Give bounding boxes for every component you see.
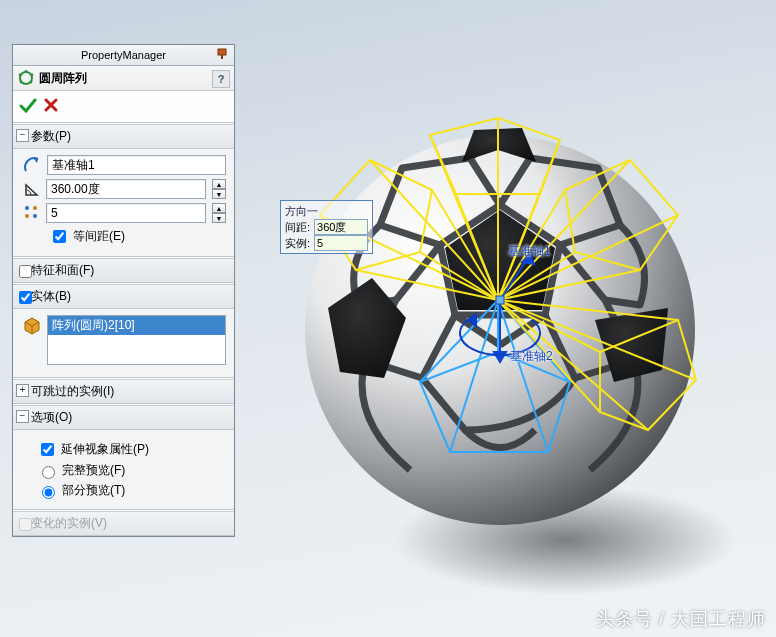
property-manager-header: PropertyManager bbox=[13, 45, 234, 66]
svg-point-52 bbox=[25, 206, 29, 210]
axis1-label: 基准轴1 bbox=[508, 243, 551, 260]
svg-point-49 bbox=[20, 81, 23, 84]
instances-to-skip-header[interactable]: + 可跳过的实例(I) bbox=[13, 379, 234, 404]
angle-spin-up[interactable]: ▲ bbox=[212, 179, 226, 189]
propagate-visual-props-label: 延伸视象属性(P) bbox=[61, 441, 149, 458]
callout-spacing-label: 间距: bbox=[285, 219, 310, 235]
feature-name: 圆周阵列 bbox=[39, 70, 87, 87]
svg-point-47 bbox=[31, 74, 34, 77]
svg-point-53 bbox=[33, 206, 37, 210]
bodies-section-header[interactable]: 实体(B) bbox=[13, 284, 234, 309]
callout-spacing-input[interactable] bbox=[314, 219, 368, 235]
instances-spin-up[interactable]: ▲ bbox=[212, 203, 226, 213]
cancel-button[interactable] bbox=[43, 97, 59, 116]
callout-instances-label: 实例: bbox=[285, 235, 310, 251]
options-section-header[interactable]: − 选项(O) bbox=[13, 405, 234, 430]
action-row bbox=[13, 91, 234, 123]
full-preview-label: 完整预览(F) bbox=[62, 462, 125, 479]
parameters-section-header[interactable]: − 参数(P) bbox=[13, 124, 234, 149]
property-manager-title: PropertyManager bbox=[81, 49, 166, 61]
bodies-list-item-selected[interactable]: 阵列(圆周)2[10] bbox=[48, 316, 225, 335]
collapse-icon[interactable]: − bbox=[16, 410, 29, 423]
equal-spacing-label: 等间距(E) bbox=[73, 228, 125, 245]
svg-rect-42 bbox=[496, 296, 504, 304]
collapse-icon[interactable]: − bbox=[16, 129, 29, 142]
svg-point-48 bbox=[30, 81, 33, 84]
svg-point-55 bbox=[33, 214, 37, 218]
svg-point-50 bbox=[19, 74, 22, 77]
svg-point-46 bbox=[25, 70, 28, 73]
angle-icon bbox=[21, 179, 42, 199]
help-button[interactable]: ? bbox=[212, 70, 230, 88]
instances-spin-down[interactable]: ▼ bbox=[212, 213, 226, 223]
callout-direction-label: 方向一 bbox=[285, 203, 368, 219]
svg-marker-51 bbox=[34, 159, 38, 163]
varied-instances-header[interactable]: 变化的实例(V) bbox=[13, 511, 234, 536]
ok-button[interactable] bbox=[19, 97, 37, 116]
circular-pattern-icon bbox=[17, 69, 35, 87]
features-faces-checkbox[interactable] bbox=[19, 265, 32, 278]
expand-icon[interactable]: + bbox=[16, 384, 29, 397]
angle-input[interactable] bbox=[46, 179, 206, 199]
solid-body-icon bbox=[21, 315, 43, 335]
feature-title-bar: 圆周阵列 ? bbox=[13, 66, 234, 91]
varied-instances-checkbox bbox=[19, 518, 32, 531]
axis-icon bbox=[21, 155, 43, 175]
pin-icon[interactable] bbox=[216, 47, 230, 61]
features-faces-section-header[interactable]: 特征和面(F) bbox=[13, 258, 234, 283]
bodies-list[interactable]: 阵列(圆周)2[10] bbox=[47, 315, 226, 365]
partial-preview-label: 部分预览(T) bbox=[62, 482, 125, 499]
callout-instances-input[interactable] bbox=[314, 235, 368, 251]
svg-rect-44 bbox=[221, 55, 223, 59]
pattern-axis-input[interactable] bbox=[47, 155, 226, 175]
angle-spin-down[interactable]: ▼ bbox=[212, 189, 226, 199]
svg-point-54 bbox=[25, 214, 29, 218]
bodies-checkbox[interactable] bbox=[19, 291, 32, 304]
axis2-label: 基准轴2 bbox=[510, 348, 553, 365]
watermark: 头条号 / 大国工程师 bbox=[596, 607, 766, 631]
equal-spacing-checkbox[interactable] bbox=[53, 230, 66, 243]
propagate-visual-props-checkbox[interactable] bbox=[41, 443, 54, 456]
instances-input[interactable] bbox=[46, 203, 206, 223]
svg-rect-43 bbox=[218, 49, 226, 55]
direction-callout[interactable]: 方向一 间距: 实例: bbox=[280, 200, 373, 254]
instances-icon bbox=[21, 203, 42, 223]
property-manager-panel: PropertyManager 圆周阵列 ? − 参数(P) bbox=[12, 44, 235, 537]
partial-preview-radio[interactable] bbox=[42, 486, 55, 499]
full-preview-radio[interactable] bbox=[42, 466, 55, 479]
